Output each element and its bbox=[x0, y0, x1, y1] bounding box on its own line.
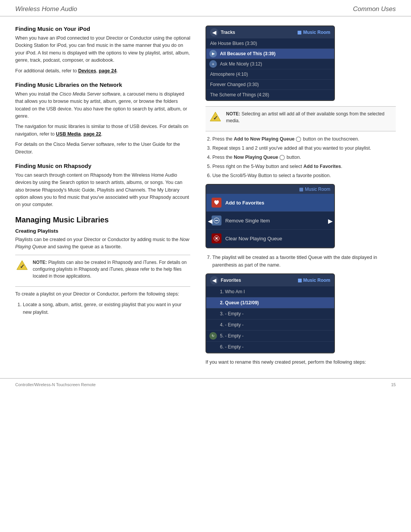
fav-item-3[interactable]: 3. - Empty - bbox=[206, 308, 334, 320]
step-6: Use the Scroll/5-Way Button to select a … bbox=[212, 172, 396, 179]
page-footer: Controller/Wireless-N Touchscreen Remote… bbox=[0, 378, 411, 391]
usbmedia-link[interactable]: USB Media bbox=[56, 131, 81, 137]
music-room-label-2: Music Room bbox=[305, 187, 330, 192]
para-rhapsody: You can search through content on Rhapso… bbox=[15, 172, 190, 209]
fav-name-6: 6. - Empty - bbox=[220, 344, 244, 350]
steps-list: Locate a song, album, artist, genre, or … bbox=[15, 301, 190, 316]
track-scheme[interactable]: The Scheme of Things (4:28) bbox=[206, 90, 334, 100]
minus-icon bbox=[212, 216, 221, 225]
menu-item-clear[interactable]: Clear Now Playing Queue bbox=[206, 230, 334, 248]
track-allbecause[interactable]: ▶ All Because of This (3:39) bbox=[206, 49, 334, 59]
menu-favorites-label: Add to Favorites bbox=[225, 200, 264, 206]
section-title-network: Finding Music Libraries on the Network bbox=[15, 81, 190, 88]
page-header: Wireless Home Audio Common Uses bbox=[0, 0, 411, 16]
menu-item-favorites[interactable]: Add to Favorites bbox=[206, 194, 334, 212]
fav-back-button[interactable]: ◀ bbox=[210, 276, 218, 284]
fav-item-5[interactable]: ↻ 5. - Empty - bbox=[206, 331, 334, 342]
fav-item-2[interactable]: 2. Queue (1/12/09) bbox=[206, 297, 334, 308]
fav-label: Favorites bbox=[221, 278, 241, 283]
para-network-2: The navigation for music libraries is si… bbox=[15, 123, 190, 138]
fav-header-left: ◀ Favorites bbox=[210, 276, 241, 284]
note-icon-right: ✓ bbox=[209, 110, 222, 125]
signal-icon: ▩ bbox=[297, 30, 301, 35]
fav-name-5: 5. - Empty - bbox=[220, 333, 244, 339]
menu-screen: ▩ Music Room ◀ ▶ Add to Favorites bbox=[206, 184, 335, 248]
menu-header-right: ▩ Music Room bbox=[299, 187, 330, 192]
music-room-label-3: Music Room bbox=[303, 278, 330, 283]
refresh-icon: ↻ bbox=[209, 332, 217, 340]
fav-item-6[interactable]: 6. - Empty - bbox=[206, 342, 334, 353]
step-4: Press the Now Playing Queue ◯ button. bbox=[212, 153, 396, 161]
menu-item-remove[interactable]: Remove Single Item bbox=[206, 212, 334, 230]
music-room-label-1: Music Room bbox=[303, 30, 330, 35]
step-7-list: The playlist will be created as a favori… bbox=[206, 254, 396, 269]
note-icon: ✓ bbox=[15, 259, 29, 273]
svg-text:✓: ✓ bbox=[213, 115, 218, 121]
managing-title: Managing Music Libraries bbox=[15, 216, 190, 224]
page22-link[interactable]: page 22 bbox=[83, 131, 101, 137]
tracks-label: Tracks bbox=[221, 30, 235, 35]
signal-icon-3: ▩ bbox=[298, 278, 302, 283]
right-arrow-icon[interactable]: ▶ bbox=[328, 217, 333, 224]
right-steps-list: Press the Add to Now Playing Queue ◯ but… bbox=[206, 135, 396, 179]
para-network-1: When you install the Cisco Media Server … bbox=[15, 91, 190, 120]
step-5: Press right on the 5-Way button and sele… bbox=[212, 163, 396, 170]
signal-icon-2: ▩ bbox=[299, 187, 303, 192]
menu-remove-label: Remove Single Item bbox=[225, 218, 270, 224]
play-icon: ▶ bbox=[209, 50, 217, 58]
section-finding-network: Finding Music Libraries on the Network W… bbox=[15, 81, 190, 156]
step-2: Press the Add to Now Playing Queue ◯ but… bbox=[212, 135, 396, 143]
note-box-right: ✓ NOTE: Selecting an artist will add all… bbox=[206, 106, 396, 131]
right-column: ◀ Tracks ▩ Music Room Ale House Blues (3… bbox=[202, 26, 396, 369]
footer-right: 15 bbox=[391, 382, 396, 387]
devices-link[interactable]: Devices bbox=[78, 68, 96, 73]
section-title-rhapsody: Finding Music on Rhapsody bbox=[15, 163, 190, 169]
header-left: Wireless Home Audio bbox=[15, 5, 77, 13]
creating-title: Creating Playlists bbox=[15, 228, 190, 234]
section-managing: Managing Music Libraries Creating Playli… bbox=[15, 216, 190, 316]
fav-name-4: 4. - Empty - bbox=[220, 322, 244, 328]
track-askme[interactable]: + Ask Me Nicely (3:12) bbox=[206, 59, 334, 69]
fav-name-1: 1. Who Am I bbox=[220, 289, 245, 294]
steps-intro: To create a playlist on your Director or… bbox=[15, 291, 190, 298]
page-body: Finding Music on Your iPod When you have… bbox=[0, 16, 411, 378]
step-7: The playlist will be created as a favori… bbox=[212, 254, 396, 269]
section-finding-ipod: Finding Music on Your iPod When you have… bbox=[15, 26, 190, 75]
step-3: Repeat steps 1 and 2 until you've added … bbox=[212, 144, 396, 152]
fav-header-right: ▩ Music Room bbox=[298, 278, 330, 283]
track-forever[interactable]: Forever Changed (3:30) bbox=[206, 80, 334, 90]
header-right: Common Uses bbox=[353, 5, 396, 13]
para-network-3: For details on the Cisco Media Server so… bbox=[15, 141, 190, 156]
para-ipod-2: For additional details, refer to Devices… bbox=[15, 67, 190, 75]
section-title-ipod: Finding Music on Your iPod bbox=[15, 26, 190, 32]
note-text-right: NOTE: Selecting an artist will add all o… bbox=[226, 110, 393, 124]
footer-left: Controller/Wireless-N Touchscreen Remote bbox=[15, 382, 96, 387]
note-text-playlists: NOTE: Playlists can also be created in R… bbox=[33, 259, 190, 280]
x-icon bbox=[212, 233, 221, 243]
track-ale[interactable]: Ale House Blues (3:30) bbox=[206, 38, 334, 49]
tracks-screen: ◀ Tracks ▩ Music Room Ale House Blues (3… bbox=[206, 26, 335, 101]
tracks-screen-header: ◀ Tracks ▩ Music Room bbox=[206, 26, 334, 38]
fav-item-1[interactable]: 1. Who Am I bbox=[206, 286, 334, 297]
para-ipod-1: When you have an iPod connected to your … bbox=[15, 35, 190, 64]
creating-para: Playlists can be created on your Directo… bbox=[15, 236, 190, 251]
menu-screen-header: ▩ Music Room bbox=[206, 185, 334, 194]
rename-note: If you want to rename this newly created… bbox=[206, 359, 396, 366]
left-column: Finding Music on Your iPod When you have… bbox=[15, 26, 202, 369]
fav-name-3: 3. - Empty - bbox=[220, 311, 244, 316]
screen-header-right: ▩ Music Room bbox=[297, 30, 330, 35]
track-atmosphere[interactable]: Atmosphere (4:10) bbox=[206, 69, 334, 80]
menu-body: ◀ ▶ Add to Favorites Remove Single Item bbox=[206, 194, 334, 248]
section-rhapsody: Finding Music on Rhapsody You can search… bbox=[15, 163, 190, 209]
add-icon: + bbox=[209, 60, 217, 68]
screen-header-left: ◀ Tracks bbox=[210, 28, 235, 37]
fav-item-4[interactable]: 4. - Empty - bbox=[206, 320, 334, 331]
fav-name-2: 2. Queue (1/12/09) bbox=[220, 300, 259, 305]
heart-icon bbox=[212, 198, 221, 208]
fav-screen-header: ◀ Favorites ▩ Music Room bbox=[206, 274, 334, 286]
svg-rect-5 bbox=[215, 220, 218, 221]
back-button[interactable]: ◀ bbox=[210, 28, 218, 37]
note-box-playlists: ✓ NOTE: Playlists can also be created in… bbox=[15, 255, 190, 287]
page24-link[interactable]: page 24 bbox=[99, 68, 117, 73]
left-arrow-icon[interactable]: ◀ bbox=[208, 217, 212, 224]
